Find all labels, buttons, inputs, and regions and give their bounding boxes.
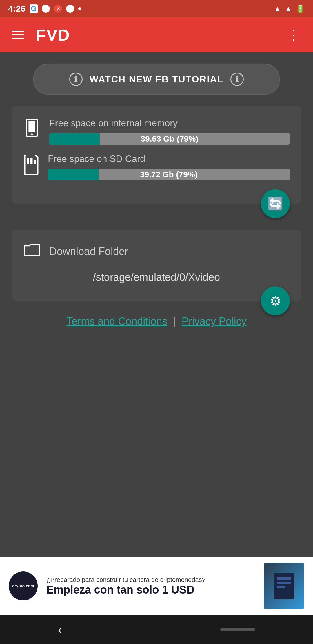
- sdcard-icon: [23, 155, 39, 179]
- sdcard-row: Free space on SD Card 39.72 Gb (79%): [23, 153, 290, 180]
- sdcard-progress-bar: 39.72 Gb (79%): [48, 169, 290, 180]
- svg-rect-1: [28, 121, 35, 132]
- tutorial-button[interactable]: ℹ WATCH NEW FB TUTORIAL ℹ: [33, 64, 280, 95]
- status-bar: 4:26 G ✕ ▲ ▲ 🔋: [0, 0, 313, 17]
- privacy-link[interactable]: Privacy Policy: [182, 315, 247, 328]
- svg-rect-3: [27, 158, 29, 164]
- ad-image: [264, 563, 304, 609]
- internal-memory-row: Free space on internal memory 39.63 Gb (…: [23, 118, 290, 145]
- terms-link[interactable]: Terms and Conditions: [66, 315, 167, 328]
- svg-point-2: [31, 133, 33, 135]
- ad-logo-text: crypto.com: [12, 584, 34, 588]
- sdcard-label: Free space on SD Card: [48, 153, 290, 164]
- app-bar-left: FVD: [12, 26, 70, 44]
- ad-logo: crypto.com: [9, 571, 38, 600]
- internal-label: Free space on internal memory: [49, 118, 290, 129]
- app-title: FVD: [36, 26, 70, 44]
- download-folder-card: Download Folder /storage/emulated/0/Xvid…: [12, 230, 301, 301]
- home-indicator: [220, 628, 255, 631]
- battery-icon: 🔋: [296, 4, 305, 13]
- storage-card: Free space on internal memory 39.63 Gb (…: [12, 106, 301, 204]
- back-button[interactable]: ‹: [58, 622, 62, 637]
- ad-banner[interactable]: crypto.com ¿Preparado para construir tu …: [0, 557, 313, 615]
- phone-icon: [23, 119, 41, 143]
- status-right: ▲ ▲ 🔋: [274, 4, 305, 13]
- internal-fill: [49, 133, 100, 145]
- separator: |: [173, 315, 176, 328]
- folder-row: Download Folder: [23, 241, 290, 261]
- svg-rect-5: [34, 160, 37, 164]
- status-time: 4:26: [8, 4, 26, 14]
- svg-rect-9: [277, 586, 285, 588]
- ad-small-text: ¿Preparado para construir tu cartera de …: [46, 576, 255, 584]
- sdcard-fill: [48, 169, 99, 180]
- folder-path: /storage/emulated/0/Xvideo: [23, 268, 290, 289]
- sdcard-storage-info: Free space on SD Card 39.72 Gb (79%): [48, 153, 290, 180]
- nav-bar: ‹: [0, 615, 313, 644]
- terms-row: Terms and Conditions | Privacy Policy: [12, 301, 301, 336]
- status-x-icon: ✕: [54, 5, 62, 13]
- ad-big-text: Empieza con tan solo 1 USD: [46, 584, 255, 596]
- svg-rect-4: [30, 158, 33, 164]
- sdcard-value: 39.72 Gb (79%): [140, 170, 198, 179]
- internal-value: 39.63 Gb (79%): [141, 134, 198, 144]
- svg-rect-8: [277, 582, 291, 584]
- app-bar: FVD ⋮: [0, 17, 313, 52]
- status-circle-1: [42, 5, 50, 13]
- settings-icon: ⚙: [270, 294, 281, 308]
- more-options-button[interactable]: ⋮: [286, 26, 301, 43]
- status-left: 4:26 G ✕: [8, 4, 81, 14]
- internal-progress-bar: 39.63 Gb (79%): [49, 133, 290, 145]
- info-icon-left: ℹ: [69, 73, 83, 86]
- ad-content: ¿Preparado para construir tu cartera de …: [46, 576, 255, 596]
- signal-icon: ▲: [285, 4, 292, 13]
- status-circle-2: [66, 5, 74, 13]
- status-dot: [78, 7, 81, 10]
- svg-rect-7: [277, 577, 291, 580]
- main-content: ℹ WATCH NEW FB TUTORIAL ℹ Free space on …: [0, 52, 313, 557]
- folder-label: Download Folder: [49, 245, 128, 258]
- refresh-fab[interactable]: 🔄: [261, 189, 290, 218]
- folder-icon: [23, 241, 41, 261]
- settings-fab[interactable]: ⚙: [261, 286, 290, 315]
- refresh-icon: 🔄: [267, 196, 283, 211]
- menu-button[interactable]: [12, 31, 24, 39]
- google-icon: G: [30, 4, 38, 13]
- info-icon-right: ℹ: [230, 73, 244, 86]
- internal-storage-info: Free space on internal memory 39.63 Gb (…: [49, 118, 290, 145]
- wifi-icon: ▲: [274, 4, 281, 13]
- tutorial-label: WATCH NEW FB TUTORIAL: [90, 74, 223, 85]
